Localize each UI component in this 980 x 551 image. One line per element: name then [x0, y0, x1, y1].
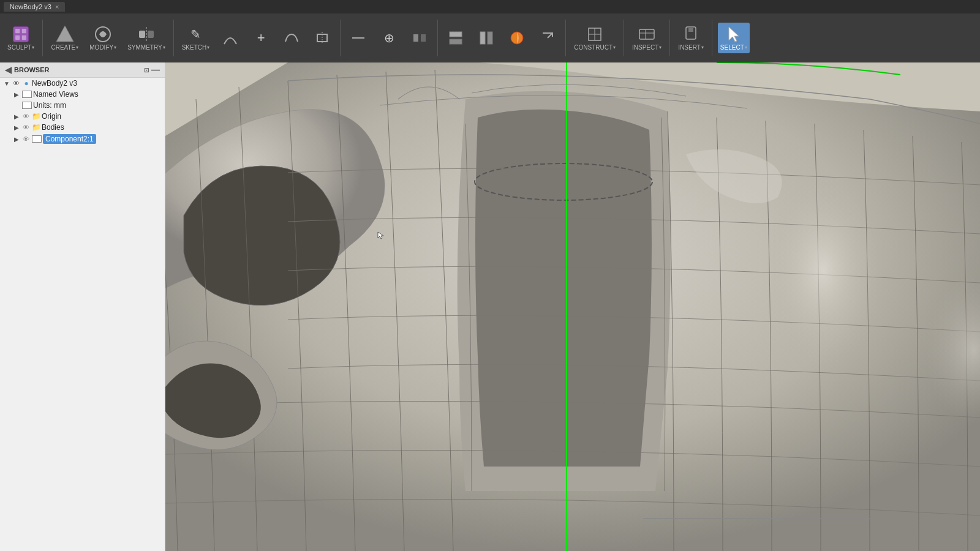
- root-chevron: ▼: [2, 80, 11, 87]
- minus-button[interactable]: [346, 26, 371, 50]
- construct-button[interactable]: CONSTRUCT▾: [571, 23, 618, 53]
- toolbar-orange: [502, 25, 532, 51]
- svg-rect-17: [450, 39, 462, 44]
- named-views-box: [22, 91, 32, 98]
- viewport[interactable]: [165, 62, 980, 551]
- arrowout-icon: [538, 28, 557, 48]
- named-views-chevron: ▶: [12, 91, 21, 98]
- select-button[interactable]: SELECT▾: [718, 23, 750, 53]
- sep4: [437, 20, 438, 56]
- symmetry-button[interactable]: SYMMETRY▾: [125, 23, 168, 53]
- frame-button[interactable]: [310, 26, 334, 50]
- toolbar-frame: [307, 25, 337, 51]
- modify-icon: [93, 24, 113, 44]
- svg-rect-28: [688, 28, 693, 32]
- symmetry-icon: [137, 24, 156, 44]
- svg-marker-29: [729, 27, 739, 42]
- sep5: [565, 20, 566, 56]
- toolbar-mirror: [405, 25, 434, 51]
- cross-icon: ⊕: [379, 28, 399, 48]
- browser-header: ◀ BROWSER ⊡ —: [0, 62, 165, 78]
- component2-chevron: ▶: [12, 136, 21, 143]
- bodies-eye-icon: 👁: [21, 124, 31, 131]
- insert-button[interactable]: INSERT▾: [676, 23, 706, 53]
- inspect-button[interactable]: INSPECT▾: [630, 23, 664, 53]
- sculpt-button[interactable]: SCULPT▾: [5, 23, 37, 53]
- tree-bodies[interactable]: ▶ 👁 📁 Bodies: [0, 122, 165, 133]
- tree-units[interactable]: Units: mm: [0, 100, 165, 111]
- modify-button[interactable]: MODIFY▾: [87, 23, 119, 53]
- cross-button[interactable]: ⊕: [377, 26, 401, 50]
- svg-marker-5: [56, 26, 74, 42]
- svg-rect-24: [639, 29, 654, 39]
- toolbar-minus: [344, 25, 373, 51]
- browser-header-left: ◀ BROWSER: [5, 65, 49, 75]
- toolbar-arrowout: [533, 25, 562, 51]
- create-icon: [55, 24, 75, 44]
- svg-rect-19: [488, 32, 492, 44]
- toolbar-group-sculpt: SCULPT▾: [2, 21, 39, 54]
- toolbar-group-create: CREATE▾: [46, 21, 83, 54]
- browser-title: BROWSER: [14, 66, 49, 73]
- title-tab[interactable]: NewBody2 v3 ×: [4, 2, 65, 12]
- svg-rect-18: [480, 32, 485, 44]
- bodies-folder-icon: 📁: [31, 123, 42, 132]
- toolbar-group-construct: CONSTRUCT▾: [569, 21, 620, 54]
- bodies-label: Bodies: [42, 123, 64, 132]
- toolbar-stack1: [441, 25, 470, 51]
- sep3: [340, 20, 341, 56]
- symmetry-label: SYMMETRY▾: [127, 44, 165, 51]
- sep6: [624, 20, 624, 56]
- arrowout-button[interactable]: [535, 26, 560, 50]
- svg-rect-14: [413, 34, 418, 42]
- browser-collapse-button[interactable]: ◀: [5, 65, 12, 75]
- select-label: SELECT▾: [720, 44, 747, 51]
- construct-label: CONSTRUCT▾: [574, 44, 616, 51]
- sketch-pencil-button[interactable]: ✎ SKETCH▾: [179, 23, 213, 53]
- svg-rect-15: [421, 34, 426, 42]
- units-box: [22, 102, 32, 109]
- inspect-icon: [637, 24, 657, 44]
- plus-button[interactable]: +: [249, 26, 273, 50]
- toolbar-curve: [277, 25, 306, 51]
- create-button[interactable]: CREATE▾: [48, 23, 81, 53]
- tree-named-views[interactable]: ▶ Named Views: [0, 89, 165, 100]
- toolbar-group-inspect: INSPECT▾: [627, 21, 666, 54]
- orange-icon: [507, 28, 527, 48]
- toolbar-stack2: [472, 25, 501, 51]
- close-button[interactable]: ×: [55, 3, 59, 10]
- curve-icon: [282, 28, 301, 48]
- browser-panel: ◀ BROWSER ⊡ — ▼ 👁 ● NewBody2 v3 ▶ Named …: [0, 62, 165, 551]
- svg-point-32: [735, 173, 882, 418]
- toolbar-group-select: SELECT▾: [715, 21, 752, 54]
- tree-root[interactable]: ▼ 👁 ● NewBody2 v3: [0, 78, 165, 89]
- arc-button[interactable]: [218, 26, 243, 50]
- tab-label: NewBody2 v3: [10, 3, 51, 10]
- component2-label: Component2:1: [43, 134, 96, 144]
- named-views-label: Named Views: [33, 90, 78, 99]
- svg-rect-1: [15, 29, 20, 33]
- toolbar: SCULPT▾ CREATE▾: [0, 13, 980, 62]
- stack2-icon: [477, 28, 496, 48]
- bodies-chevron: ▶: [12, 124, 21, 131]
- tree-origin[interactable]: ▶ 👁 📁 Origin: [0, 111, 165, 122]
- orange-button[interactable]: [505, 26, 529, 50]
- svg-rect-7: [139, 31, 145, 38]
- minus-icon: [349, 28, 368, 48]
- sep7: [669, 20, 670, 56]
- svg-rect-2: [22, 29, 26, 33]
- construct-icon: [585, 24, 605, 44]
- browser-pin-button[interactable]: —: [151, 65, 160, 75]
- mirror-icon: [410, 28, 429, 48]
- stack1-button[interactable]: [443, 26, 468, 50]
- stack2-button[interactable]: [474, 26, 499, 50]
- tree-component2[interactable]: ▶ 👁 Component2:1: [0, 133, 165, 145]
- svg-rect-4: [22, 35, 26, 39]
- browser-expand-button[interactable]: ⊡: [144, 67, 149, 73]
- curve-button[interactable]: [279, 26, 304, 50]
- mesh-viewport: [165, 62, 980, 551]
- mirror-button[interactable]: [407, 26, 432, 50]
- sketch-label: SKETCH▾: [182, 44, 210, 51]
- sculpt-label: SCULPT▾: [7, 44, 34, 51]
- origin-eye-icon: 👁: [21, 113, 31, 120]
